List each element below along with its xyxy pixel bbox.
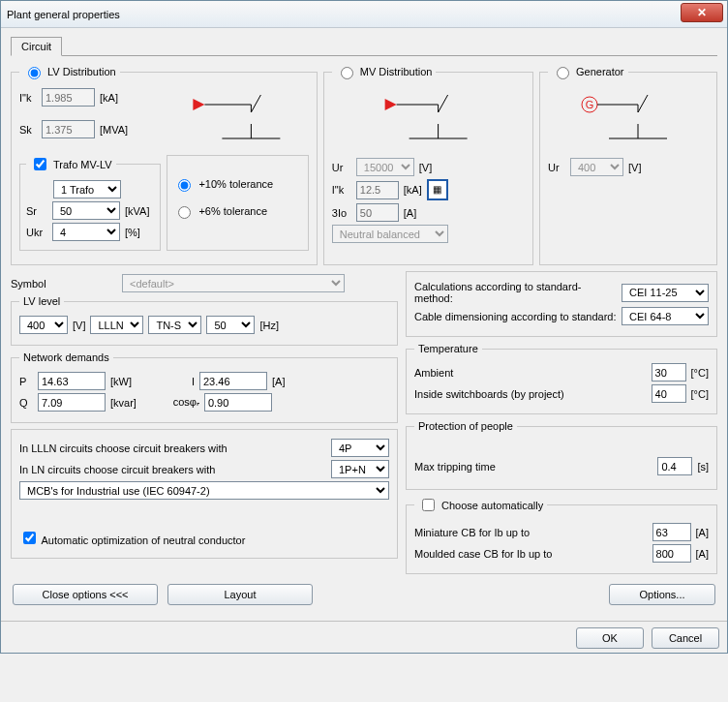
group-network-demands: Network demands P [kW] I [A] Q [kvar] co… (11, 351, 398, 423)
mv-ik-unit: [kA] (404, 184, 422, 196)
i-input[interactable] (199, 372, 267, 390)
mould-cb-input[interactable] (652, 544, 691, 563)
gen-ur-unit: [V] (628, 162, 641, 173)
ambient-unit: [°C] (691, 367, 709, 379)
close-options-button[interactable]: Close options <<< (13, 584, 158, 605)
sr-unit: [kVA] (125, 205, 149, 217)
mini-cb-input[interactable] (652, 523, 691, 541)
network-demands-legend: Network demands (19, 351, 113, 363)
dialog-window: Plant general properties ✕ Circuit LV Di… (0, 0, 728, 654)
llln-breaker-label: In LLLN circuits choose circuit breakers… (19, 443, 326, 454)
symbol-select: <default> (122, 274, 345, 292)
cancel-button[interactable]: Cancel (652, 627, 719, 649)
group-temperature: Temperature Ambient [°C] Inside switchbo… (406, 343, 717, 414)
mv-ur-unit: [V] (419, 162, 432, 173)
group-tolerance: +10% tolerance +6% tolerance (167, 155, 308, 251)
lv-freq-select[interactable]: 50 (206, 316, 255, 334)
group-mv-distribution: MV Distribution Ur 15000 [V] I"k (323, 64, 533, 265)
ln-breaker-select[interactable]: 1P+N (331, 460, 389, 478)
symbol-label: Symbol (11, 278, 117, 290)
p-unit: [kW] (110, 376, 132, 387)
lv-earth-select[interactable]: TN-S (148, 316, 201, 334)
cable-standard-label: Cable dimensioning according to standard… (414, 311, 617, 322)
switchboard-temp-unit: [°C] (691, 388, 709, 400)
cosphi-label: cosφᵣ (141, 396, 199, 409)
group-breakers: In LLLN circuits choose circuit breakers… (11, 429, 398, 559)
group-calc-standards: Calculations according to standard-metho… (406, 271, 717, 337)
sk-input (42, 120, 95, 138)
i-label: I (136, 376, 195, 387)
ik-label: I"k (19, 92, 37, 104)
trip-time-label: Max tripping time (414, 461, 652, 473)
mv-ur-select: 15000 (356, 158, 414, 176)
ik-unit: [kA] (100, 92, 118, 104)
cosphi-input[interactable] (204, 393, 272, 412)
radio-lv-distribution[interactable] (28, 67, 41, 79)
ukr-label: Ukr (26, 227, 47, 238)
tab-circuit[interactable]: Circuit (11, 37, 62, 56)
tab-strip: Circuit (11, 36, 717, 56)
llln-breaker-select[interactable]: 4P (331, 439, 389, 457)
group-trafo: Trafo MV-LV 1 Trafo Sr 50 [kVA] Ukr 4 (19, 155, 161, 251)
window-close-button[interactable]: ✕ (681, 3, 723, 22)
auto-neutral-label: Automatic optimization of neutral conduc… (41, 534, 245, 546)
ik-input (42, 88, 95, 107)
auto-neutral-checkbox[interactable] (23, 532, 36, 544)
mini-cb-unit: [A] (696, 527, 709, 538)
radio-tol-10[interactable] (178, 179, 191, 192)
trafo-label: Trafo MV-LV (53, 159, 112, 170)
radio-generator[interactable] (557, 67, 569, 79)
protection-legend: Protection of people (414, 420, 517, 432)
mould-cb-unit: [A] (696, 548, 709, 560)
gen-ur-label: Ur (548, 162, 565, 173)
group-auto-cb: Choose automatically Miniature CB for Ib… (406, 496, 717, 574)
gen-ur-select: 400 (570, 158, 623, 176)
cable-standard-select[interactable]: CEI 64-8 (622, 307, 709, 325)
group-lv-distribution: LV Distribution I"k [kA] Sk [MVA] (11, 64, 318, 265)
lv-voltage-select[interactable]: 400 (19, 316, 68, 334)
mv-distribution-label: MV Distribution (360, 66, 433, 77)
mv-ur-label: Ur (332, 162, 351, 173)
mv-3io-input (356, 203, 399, 222)
radio-tol-6[interactable] (178, 206, 191, 219)
mould-cb-label: Moulded case CB for Ib up to (414, 548, 648, 560)
p-input[interactable] (38, 372, 106, 390)
ok-button[interactable]: OK (576, 627, 644, 649)
mv-ik-input (356, 181, 399, 199)
lv-voltage-unit: [V] (73, 320, 85, 331)
switchboard-temp-label: Inside switchboards (by project) (414, 388, 647, 400)
q-input[interactable] (38, 393, 106, 412)
svg-line-9 (438, 95, 447, 112)
calc-method-label: Calculations according to standard-metho… (414, 281, 617, 304)
calculator-icon[interactable]: ▦ (427, 179, 448, 200)
lv-freq-unit: [Hz] (259, 320, 279, 331)
ukr-select[interactable]: 4 (52, 223, 120, 241)
mv-3io-unit: [A] (404, 207, 416, 219)
sk-label: Sk (19, 124, 37, 136)
options-button[interactable]: Options... (609, 584, 715, 605)
generator-label: Generator (576, 66, 624, 77)
sr-select[interactable]: 50 (52, 201, 120, 220)
trip-time-input[interactable] (657, 457, 692, 475)
svg-line-3 (251, 95, 260, 112)
mcb-type-select[interactable]: MCB's for Industrial use (IEC 60947-2) (19, 481, 389, 500)
ambient-label: Ambient (414, 367, 647, 379)
svg-text:G: G (586, 99, 594, 110)
choose-auto-checkbox[interactable] (422, 499, 435, 511)
layout-button[interactable]: Layout (167, 584, 313, 605)
ambient-input[interactable] (652, 363, 686, 382)
temperature-legend: Temperature (414, 343, 482, 354)
calc-method-select[interactable]: CEI 11-25 (622, 284, 709, 302)
radio-mv-distribution[interactable] (341, 67, 353, 79)
lv-distribution-label: LV Distribution (47, 66, 116, 77)
ln-breaker-label: In LN circuits choose circuit breakers w… (19, 464, 326, 475)
switchboard-temp-input[interactable] (652, 384, 686, 403)
trafo-count-select[interactable]: 1 Trafo (53, 180, 121, 198)
lv-phase-select[interactable]: LLLN (90, 316, 143, 334)
choose-auto-label: Choose automatically (441, 500, 543, 511)
trip-time-unit: [s] (697, 461, 709, 473)
sr-label: Sr (26, 205, 47, 217)
trafo-checkbox[interactable] (34, 158, 46, 170)
group-generator: Generator G Ur 400 [V] (539, 64, 717, 265)
window-title: Plant general properties (7, 9, 120, 20)
